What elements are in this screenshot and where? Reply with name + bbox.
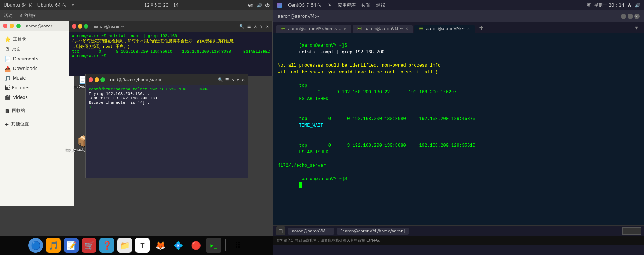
menu-icon[interactable]: ☰ (247, 24, 251, 29)
terminal-win-close[interactable]: × (266, 24, 269, 29)
centos-tab-1[interactable]: 📟 aaron@aaronVM:/home/... × (276, 25, 351, 33)
taskbar-app-terminal[interactable]: ▶_ (206, 238, 221, 253)
taskbar-app-settings[interactable]: 🔵 (28, 238, 43, 253)
fm-item-music[interactable]: 🎵 Music (0, 73, 74, 83)
taskbar-app-grid[interactable]: ⠿ (230, 238, 245, 253)
centos-bottom-panel: □ aaron@aaronVM:~ [aaron@aaronVM:/home/a… (273, 225, 644, 255)
music-icon: 🎵 (4, 75, 11, 81)
root-search-icon[interactable]: 🔍 (218, 77, 223, 82)
root-down-icon[interactable]: ∨ (237, 77, 240, 82)
term-max-btn[interactable] (84, 24, 88, 29)
sidebar-divider2 (0, 117, 74, 117)
ubuntu-terminal-content: aaron@razer:~$ netstat -napt | grep 192.… (69, 32, 272, 76)
fm-item-pictures[interactable]: 🖼 Pictures (0, 83, 74, 93)
centos-status-bar: 要将输入定向到该虚拟机，请将鼠标指针移入其中或按 Ctrl+G。 (273, 236, 644, 245)
root-term-min-btn[interactable] (95, 77, 99, 82)
centos-datetime: 星期一 20：14 (594, 2, 624, 9)
taskbar-app-firefox[interactable]: 🦊 (153, 238, 168, 253)
volume-icon[interactable]: 🔊 (257, 3, 262, 8)
root-term-max-btn[interactable] (100, 77, 105, 82)
filemanager-window: aaron@razer:~ ⭐ 主目录 🖥 桌面 📄 Documents 📥 D… (0, 21, 74, 206)
centos-volume-icon: 🔊 (635, 3, 640, 8)
pictures-icon: 🖼 (4, 85, 10, 91)
centos-term-min[interactable] (621, 14, 626, 19)
centos-term-close[interactable]: × (634, 14, 640, 19)
ubuntu-topbar: Ubuntu 64 位 Ubuntu 64 位 × 12月5日 20：14 en… (0, 0, 273, 10)
plus-icon: + (4, 121, 9, 127)
centos-tab-3[interactable]: 📟 aaron@aaronVM:~ × (414, 25, 474, 33)
tab3-close[interactable]: × (467, 27, 470, 31)
taskbar-app-redapp[interactable]: 🔴 (188, 238, 203, 253)
centos-term-max[interactable] (628, 14, 633, 19)
term-min-btn[interactable] (78, 24, 82, 29)
centos-close-title[interactable]: × (328, 2, 331, 9)
trash-icon: 🗑 (4, 108, 10, 114)
centos-tab-2[interactable]: 📟 aaron@aaronVM:~ × (353, 25, 413, 33)
videos-icon: 🎬 (4, 95, 11, 100)
centos-title[interactable]: CentOS 7 64 位 (288, 2, 322, 9)
root-menu-icon[interactable]: ☰ (225, 77, 229, 82)
taskbar-app-help[interactable]: ❓ (99, 238, 114, 253)
centos-taskbar-terminal2[interactable]: [aaron@aaronVM:/home/aaron] (337, 228, 409, 235)
tab-menu-btn[interactable]: ▾ (632, 23, 641, 33)
ubuntu-terminal-titlebar: aaron@razer:~ 🔍 ☰ ∧ ∨ × (69, 21, 272, 32)
topbar-right: en 🔊 ⏻ (248, 3, 270, 8)
centos-terminal-title: aaron@aaronVM:~ (278, 14, 320, 19)
tab2-close[interactable]: × (405, 27, 408, 31)
fm-item-videos[interactable]: 🎬 Videos (0, 93, 74, 102)
chevron-up-icon[interactable]: ∧ (254, 24, 257, 29)
centos-topbar: CentOS 7 64 位 × 应用程序 位置 终端 英 星期一 20：14 🖧… (273, 0, 644, 10)
fm-max-btn[interactable] (16, 24, 21, 28)
terminal-menu[interactable]: 🖥 终端▾ (19, 13, 36, 19)
root-terminal: root@Razer: /home/aaron 🔍 ☰ ∧ ∨ × root@/… (85, 74, 248, 178)
tab1-close[interactable]: × (344, 27, 347, 31)
taskbar-app-store[interactable]: 🛒 (82, 238, 96, 253)
root-up-icon[interactable]: ∧ (231, 77, 234, 82)
documents-icon: 📄 (4, 56, 11, 62)
taskbar-app-vscode[interactable]: 💠 (171, 238, 185, 253)
centos-taskbar-terminal1[interactable]: aaron@aaronVM:~ (288, 228, 334, 235)
chevron-down-icon[interactable]: ∨ (260, 24, 263, 29)
search-icon[interactable]: 🔍 (239, 24, 244, 29)
fm-item-trash[interactable]: 🗑 回收站 (0, 106, 74, 116)
root-close-icon[interactable]: × (242, 77, 245, 82)
lang-indicator[interactable]: en (248, 3, 254, 8)
root-term-close-btn[interactable] (89, 77, 93, 82)
ubuntu-close-btn[interactable]: × (71, 3, 75, 8)
centos-menu-places[interactable]: 位置 (361, 2, 370, 9)
ubuntu-title[interactable]: Ubuntu 64 位 (4, 2, 33, 9)
fm-item-desktop[interactable]: 🖥 桌面 (0, 44, 74, 54)
topbar-datetime: 12月5日 20：14 (144, 2, 179, 9)
terminal-icon: 🖥 (19, 13, 23, 18)
root-terminal-content: root@/home/aaron# telnet 192.168.200.130… (86, 85, 248, 178)
fm-item-home[interactable]: ⭐ 主目录 (0, 34, 74, 44)
fm-item-documents[interactable]: 📄 Documents (0, 54, 74, 64)
taskbar-app-typora[interactable]: T (135, 238, 150, 253)
term-close-btn[interactable] (72, 24, 76, 29)
centos-taskbar-vm-icon[interactable]: □ (276, 226, 285, 235)
centos-taskbar-resize[interactable] (622, 227, 641, 235)
ubuntu-taskbar: 🔵 🎵 📝 🛒 ❓ 📁 T 🦊 💠 🔴 ▶_ ⠿ (0, 236, 273, 255)
new-tab-btn[interactable]: + (476, 23, 487, 33)
centos-network-icon: 🖧 (627, 3, 632, 8)
ubuntu-desktop: Ubuntu 64 位 Ubuntu 64 位 × 12月5日 20：14 en… (0, 0, 273, 255)
taskbar-app-files[interactable]: 📁 (117, 238, 132, 253)
fm-close-btn[interactable] (3, 24, 7, 28)
centos-terminal-titlebar: aaron@aaronVM:~ × (273, 10, 644, 22)
fm-item-other-locations[interactable]: + 其他位置 (0, 119, 74, 129)
ubuntu-activity-bar: 活动 🖥 终端▾ (0, 10, 273, 21)
centos-menu-terminal[interactable]: 终端 (376, 2, 385, 9)
taskbar-app-writer[interactable]: 📝 (64, 238, 79, 253)
centos-taskbar-row: □ aaron@aaronVM:~ [aaron@aaronVM:/home/a… (273, 226, 644, 236)
taskbar-app-music[interactable]: 🎵 (46, 238, 61, 253)
root-terminal-title: root@Razer: /home/aaron (110, 77, 162, 82)
centos-desktop: CentOS 7 64 位 × 应用程序 位置 终端 英 星期一 20：14 🖧… (273, 0, 644, 255)
power-icon[interactable]: ⏻ (265, 3, 270, 8)
centos-menu-apps[interactable]: 应用程序 (338, 2, 356, 9)
ubuntu-main-terminal: aaron@razer:~ 🔍 ☰ ∧ ∨ × aaron@razer:~$ n… (69, 21, 273, 76)
fm-min-btn[interactable] (10, 24, 14, 28)
filemanager-title: aaron@razer:~ (26, 24, 57, 29)
fm-item-downloads[interactable]: 📥 Downloads (0, 64, 74, 73)
centos-terminal-window: aaron@aaronVM:~ × 📟 aaron@aaronVM:/home/… (273, 10, 644, 225)
activities-label[interactable]: 活动 (4, 13, 13, 19)
